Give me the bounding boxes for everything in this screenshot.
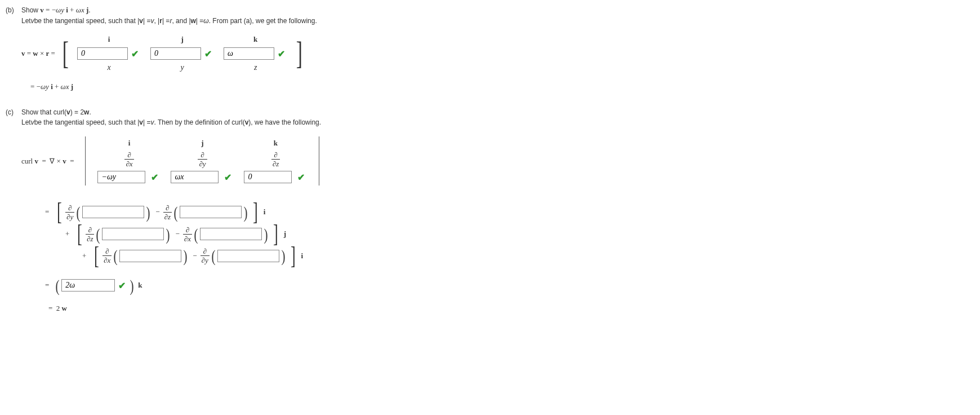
partial-dz: ∂∂z <box>86 226 94 242</box>
check-icon: ✔ <box>131 48 139 59</box>
det-header-k: k <box>253 35 257 44</box>
left-bracket-icon: [ <box>94 248 99 265</box>
answer-b-k[interactable] <box>224 47 274 60</box>
check-icon: ✔ <box>151 172 158 183</box>
det-c-header-k: k <box>274 139 278 148</box>
left-paren-icon: ( <box>56 280 60 292</box>
right-paren-icon: ) <box>146 206 150 218</box>
check-icon: ✔ <box>118 280 126 291</box>
answer-exp2-a[interactable] <box>102 228 164 240</box>
det-row3-j: y <box>181 63 184 72</box>
check-icon: ✔ <box>224 172 231 183</box>
partial-dx: ∂ ∂x <box>124 151 133 167</box>
det-bar-right <box>319 136 319 186</box>
left-paren-icon: ( <box>211 250 215 262</box>
right-paren-icon: ) <box>244 206 248 218</box>
right-bracket-icon: ] <box>296 42 302 64</box>
part-b-lhs: v = w × r = <box>21 49 55 58</box>
partial-dx: ∂∂x <box>183 226 192 242</box>
left-paren-icon: ( <box>77 206 81 218</box>
left-bracket-icon: [ <box>77 226 82 243</box>
partial-dy: ∂ ∂y <box>198 151 207 167</box>
left-paren-icon: ( <box>96 228 100 240</box>
unit-vector-j: j <box>284 229 286 239</box>
right-paren-icon: ) <box>184 250 188 262</box>
check-icon: ✔ <box>278 48 285 59</box>
part-b-determinant: v = w × r = [ i ✔ x j ✔ y k ✔ z ] <box>21 35 974 72</box>
right-paren-icon: ) <box>130 280 134 292</box>
part-c-result: = 2 w <box>48 304 974 313</box>
part-c-determinant: curl v = ∇ × v = i ∂ ∂x ✔ j ∂ <box>21 136 974 186</box>
answer-c-k[interactable] <box>244 171 292 183</box>
det-c-header-j: j <box>201 139 203 148</box>
unit-vector-k: k <box>138 281 142 290</box>
answer-exp3-a[interactable] <box>119 250 181 262</box>
answer-b-j[interactable] <box>150 47 201 60</box>
check-icon: ✔ <box>297 172 305 183</box>
answer-exp3-b[interactable] <box>217 250 279 262</box>
det-c-header-i: i <box>128 139 131 148</box>
partial-dz: ∂∂z <box>163 204 172 220</box>
left-paren-icon: ( <box>174 206 178 218</box>
partial-dx: ∂∂x <box>103 248 112 264</box>
part-b-label: (b) <box>6 6 21 14</box>
partial-dy: ∂∂y <box>65 204 74 220</box>
answer-exp2-b[interactable] <box>200 228 262 240</box>
right-bracket-icon: ] <box>253 204 258 221</box>
part-b-intro: Let v be the tangential speed, such that… <box>21 17 974 25</box>
left-bracket-icon: [ <box>63 42 69 64</box>
expansion-line-k: + [ ∂∂x ( ) − ∂∂y ( ) ] i <box>82 248 974 265</box>
unit-vector-i2: i <box>301 251 303 261</box>
right-paren-icon: ) <box>264 228 268 240</box>
check-icon: ✔ <box>204 48 212 59</box>
det-header-i: i <box>108 35 110 44</box>
partial-dz: ∂ ∂z <box>271 151 280 167</box>
expansion-line-j: + [ ∂∂z ( ) − ∂∂x ( ) ] j <box>65 226 974 243</box>
answer-final[interactable] <box>61 279 115 292</box>
det-bar-left <box>85 136 86 186</box>
partial-dy: ∂∂y <box>201 248 210 264</box>
part-c-title: Show that curl(v) = 2w. <box>21 108 91 116</box>
det-header-j: j <box>181 35 183 44</box>
part-c-intro: Let v be the tangential speed, such that… <box>21 118 974 126</box>
right-bracket-icon: ] <box>273 226 278 243</box>
part-c-label: (c) <box>6 108 21 116</box>
unit-vector-i: i <box>264 208 266 217</box>
det-row3-k: z <box>254 63 257 72</box>
left-bracket-icon: [ <box>57 204 62 221</box>
final-line: = ( ✔ ) k <box>45 279 974 292</box>
answer-exp1-b[interactable] <box>180 206 242 218</box>
answer-c-i[interactable] <box>97 171 145 183</box>
answer-exp1-a[interactable] <box>82 206 144 218</box>
det-row3-i: x <box>108 63 111 72</box>
left-paren-icon: ( <box>194 228 198 240</box>
right-paren-icon: ) <box>166 228 170 240</box>
part-b-title: Show v = −ωy i + ωx j. <box>21 6 91 15</box>
right-bracket-icon: ] <box>291 248 296 265</box>
left-paren-icon: ( <box>114 250 118 262</box>
answer-b-i[interactable] <box>77 47 128 60</box>
answer-c-j[interactable] <box>171 171 219 183</box>
right-paren-icon: ) <box>281 250 285 262</box>
expansion-line-i: = [ ∂∂y ( ) − ∂∂z ( ) ] i <box>45 204 974 221</box>
part-c-lhs: curl v = ∇ × v = <box>21 157 74 166</box>
part-b-result: = −ωy i + ωx j <box>30 82 974 91</box>
